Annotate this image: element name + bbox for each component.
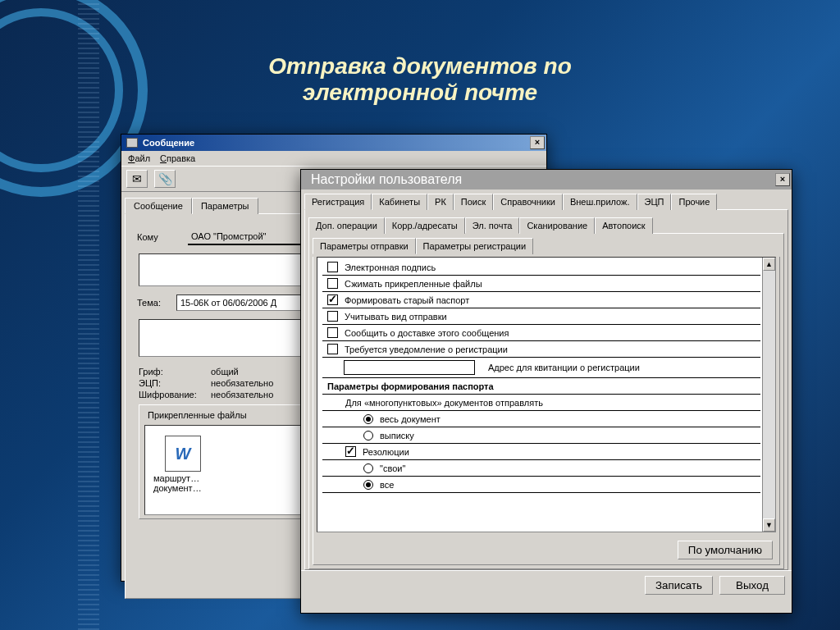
checkbox-resolutions[interactable] (345, 446, 356, 457)
options-list: Электронная подпись Сжимать прикрепленны… (317, 257, 776, 532)
sub-tab-0[interactable]: Доп. операции (308, 217, 385, 234)
main-tab-7[interactable]: Прочие (671, 194, 717, 210)
checkbox-reg-notify[interactable] (327, 344, 338, 354)
sub-tab-2[interactable]: Эл. почта (465, 217, 520, 234)
tab-message[interactable]: Сообщение (125, 198, 192, 214)
value-encryption: необязательно (211, 390, 273, 399)
radio-whole-doc[interactable] (363, 414, 373, 424)
radio-excerpt[interactable] (363, 431, 373, 441)
opt-all: все (380, 480, 394, 490)
main-tab-strip: РегистрацияКабинетыРКПоискСправочникиВне… (304, 193, 788, 209)
label-grif: Гриф: (139, 367, 204, 377)
value-ecp: необязательно (211, 378, 273, 388)
word-doc-icon (165, 436, 201, 472)
opt-whole-doc: весь документ (380, 414, 441, 424)
param-tab-0[interactable]: Параметры отправки (313, 238, 416, 254)
main-tab-1[interactable]: Кабинеты (372, 194, 427, 210)
opt-resolutions: Резолюции (363, 447, 409, 457)
heading-passport-params: Параметры формирования паспорта (322, 378, 760, 395)
message-title: Сообщение (143, 138, 194, 148)
opt-digital-sign: Электронная подпись (345, 262, 436, 272)
checkbox-old-passport[interactable] (327, 294, 338, 305)
sub-tab-1[interactable]: Корр./адресаты (385, 217, 465, 234)
scrollbar[interactable]: ▲ ▼ (762, 258, 775, 532)
opt-reg-notify: Требуется уведомление о регистрации (345, 345, 508, 354)
tab-params[interactable]: Параметры (192, 198, 258, 214)
slide-title: Отправка документов по электронной почте (0, 53, 840, 106)
menu-help[interactable]: Справка (160, 153, 195, 163)
opt-delivery: Сообщить о доставке этого сообщения (345, 328, 509, 338)
label-multi-doc: Для «многопунктовых» документов отправля… (322, 395, 760, 411)
attachment-item[interactable]: маршрут… документ… (150, 431, 216, 509)
scroll-down-icon[interactable]: ▼ (763, 518, 775, 532)
opt-excerpt: выписку (380, 431, 414, 441)
opt-own: "свои" (380, 463, 405, 473)
send-icon[interactable]: ✉ (126, 170, 148, 188)
label-to: Кому (137, 232, 180, 242)
settings-window: Настройки пользователя × РегистрацияКаби… (300, 169, 792, 614)
value-grif: общий (211, 367, 239, 377)
mail-icon (126, 138, 138, 148)
close-icon[interactable]: × (775, 173, 790, 186)
menu-file[interactable]: Файл (128, 153, 150, 163)
opt-compress: Сжимать прикрепленные файлы (345, 279, 482, 289)
main-tab-6[interactable]: ЭЦП (637, 194, 672, 210)
checkbox-compress[interactable] (327, 278, 338, 289)
settings-title: Настройки пользователя (306, 172, 462, 187)
close-icon[interactable]: × (530, 136, 545, 149)
param-tab-1[interactable]: Параметры регистрации (416, 238, 533, 254)
param-tab-strip: Параметры отправкиПараметры регистрации (313, 237, 780, 253)
radio-all[interactable] (363, 480, 373, 490)
save-button[interactable]: Записать (645, 576, 713, 595)
attachments-label: Прикрепленные файлы (144, 410, 250, 420)
menu-bar: Файл Справка (121, 151, 546, 166)
address-field[interactable] (344, 360, 475, 375)
main-tab-3[interactable]: Поиск (454, 194, 493, 210)
main-tab-5[interactable]: Внеш.прилож. (563, 194, 637, 210)
attach-icon[interactable]: 📎 (154, 170, 176, 188)
checkbox-delivery[interactable] (327, 327, 338, 338)
opt-addr-label: Адрес для квитанции о регистрации (488, 363, 640, 372)
sub-tab-strip: Доп. операцииКорр./адресатыЭл. почтаСкан… (308, 217, 784, 233)
radio-own[interactable] (363, 463, 373, 473)
attachment-name-2: документ… (150, 483, 216, 493)
message-titlebar[interactable]: Сообщение × (121, 135, 546, 151)
exit-button[interactable]: Выход (719, 576, 785, 595)
scroll-up-icon[interactable]: ▲ (763, 258, 775, 271)
sub-tab-3[interactable]: Сканирование (519, 217, 595, 234)
opt-old-passport: Формировать старый паспорт (345, 295, 469, 305)
defaults-button[interactable]: По умолчанию (678, 541, 773, 559)
attachment-name-1: маршрут… (150, 473, 216, 483)
sub-tab-4[interactable]: Автопоиск (595, 217, 653, 234)
checkbox-digital-sign[interactable] (327, 262, 338, 272)
main-tab-0[interactable]: Регистрация (304, 194, 372, 210)
label-subject: Тема: (137, 298, 168, 308)
settings-titlebar[interactable]: Настройки пользователя × (301, 170, 792, 189)
label-encryption: Шифрование: (139, 390, 204, 399)
main-tab-4[interactable]: Справочники (493, 194, 563, 210)
opt-send-type: Учитывать вид отправки (345, 312, 447, 322)
checkbox-send-type[interactable] (327, 311, 338, 322)
main-tab-2[interactable]: РК (427, 194, 454, 210)
label-ecp: ЭЦП: (139, 378, 204, 388)
